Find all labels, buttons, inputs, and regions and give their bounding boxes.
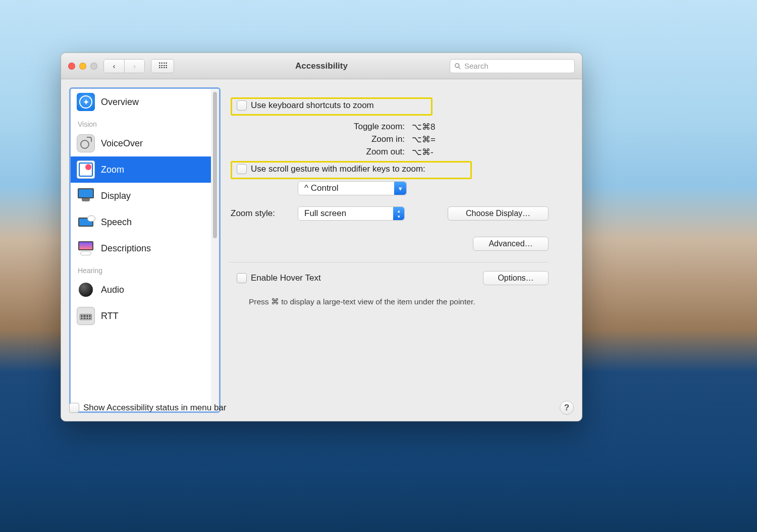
button-label: Advanced…: [489, 239, 532, 248]
sidebar-item-voiceover[interactable]: VoiceOver: [71, 130, 211, 156]
sidebar-list: ✦ Overview Vision VoiceOver Zoom Disp: [71, 89, 211, 411]
sidebar-item-label: VoiceOver: [101, 138, 143, 149]
help-button[interactable]: ?: [560, 401, 574, 415]
sidebar-item-label: Overview: [101, 97, 139, 108]
status-menubar-label: Show Accessibility status in menu bar: [83, 403, 226, 413]
display-icon: [77, 187, 95, 205]
sidebar-item-label: RTT: [101, 311, 119, 322]
modifier-key-value: ^ Control: [304, 183, 339, 193]
zoom-out-label: Zoom out:: [269, 147, 405, 157]
sidebar-item-display[interactable]: Display: [71, 183, 211, 209]
zoom-in-keys: ⌥⌘=: [412, 134, 436, 145]
nav-back-forward: ‹ ›: [103, 59, 145, 73]
sidebar-scrollbar[interactable]: [211, 89, 219, 411]
close-window-button[interactable]: [68, 63, 75, 70]
back-button[interactable]: ‹: [104, 60, 124, 73]
updown-icon: ▴▾: [393, 207, 404, 220]
toggle-zoom-label: Toggle zoom:: [269, 122, 405, 132]
zoom-out-keys: ⌥⌘-: [412, 147, 436, 157]
descriptions-icon: [77, 239, 95, 257]
keyboard-shortcuts-checkbox[interactable]: [237, 100, 247, 111]
divider: [229, 262, 549, 262]
zoom-settings-panel: Use keyboard shortcuts to zoom Toggle zo…: [229, 87, 574, 413]
sidebar-item-label: Descriptions: [101, 243, 151, 254]
window-footer: Show Accessibility status in menu bar ?: [69, 401, 574, 415]
zoom-icon: [77, 161, 95, 179]
zoom-style-popup[interactable]: Full screen ▴▾: [298, 206, 405, 221]
forward-button[interactable]: ›: [124, 60, 144, 73]
toggle-zoom-keys: ⌥⌘8: [412, 122, 436, 132]
sidebar-item-zoom[interactable]: Zoom: [71, 156, 211, 183]
search-placeholder: Search: [464, 62, 489, 70]
voiceover-icon: [77, 134, 95, 152]
sidebar: ✦ Overview Vision VoiceOver Zoom Disp: [69, 87, 221, 413]
choose-display-button[interactable]: Choose Display…: [448, 206, 549, 221]
scroll-gesture-checkbox[interactable]: [237, 164, 247, 174]
status-menubar-checkbox[interactable]: [69, 403, 79, 413]
hover-text-hint: Press ⌘ to display a large-text view of …: [249, 297, 475, 306]
keyboard-shortcuts-label: Use keyboard shortcuts to zoom: [251, 100, 374, 111]
sidebar-item-overview[interactable]: ✦ Overview: [71, 89, 211, 115]
help-icon: ?: [564, 403, 569, 413]
search-field[interactable]: Search: [450, 59, 575, 73]
grid-icon: ⠿⠿: [158, 65, 167, 68]
scroll-gesture-label: Use scroll gesture with modifier keys to…: [251, 164, 425, 174]
hover-text-checkbox[interactable]: [237, 273, 247, 283]
speech-icon: [77, 213, 95, 231]
minimize-window-button[interactable]: [79, 63, 86, 70]
sidebar-item-descriptions[interactable]: Descriptions: [71, 235, 211, 261]
zoom-style-value: Full screen: [304, 208, 346, 219]
button-label: Choose Display…: [466, 209, 530, 218]
sidebar-item-rtt[interactable]: RTT: [71, 303, 211, 329]
rtt-icon: [77, 307, 95, 325]
sidebar-group-vision: Vision: [71, 115, 211, 130]
search-icon: [454, 63, 461, 70]
sidebar-item-label: Speech: [101, 217, 132, 228]
hover-text-options-button[interactable]: Options…: [483, 271, 549, 285]
modifier-key-popup[interactable]: ^ Control ▾: [298, 181, 407, 195]
zoom-style-label: Zoom style:: [231, 208, 275, 219]
sidebar-group-hearing: Hearing: [71, 261, 211, 277]
window-controls: [68, 63, 97, 70]
overview-icon: ✦: [77, 93, 95, 111]
chevron-down-icon: ▾: [394, 182, 406, 195]
sidebar-item-label: Audio: [101, 285, 124, 295]
sidebar-item-label: Display: [101, 191, 131, 201]
titlebar: ‹ › ⠿⠿ Accessibility Search: [61, 53, 582, 79]
button-label: Options…: [498, 274, 533, 282]
hover-text-label: Enable Hover Text: [251, 273, 321, 283]
accessibility-window: ‹ › ⠿⠿ Accessibility Search ✦ Overview V…: [61, 52, 582, 421]
audio-icon: [77, 281, 95, 299]
zoom-window-button[interactable]: [90, 63, 97, 70]
zoom-in-label: Zoom in:: [269, 134, 405, 145]
sidebar-item-speech[interactable]: Speech: [71, 209, 211, 235]
sidebar-scroll-thumb[interactable]: [213, 92, 217, 238]
content-area: ✦ Overview Vision VoiceOver Zoom Disp: [61, 79, 582, 421]
advanced-button[interactable]: Advanced…: [473, 237, 549, 251]
sidebar-item-audio[interactable]: Audio: [71, 277, 211, 303]
show-all-prefs-button[interactable]: ⠿⠿: [151, 59, 174, 73]
sidebar-item-label: Zoom: [101, 165, 124, 175]
